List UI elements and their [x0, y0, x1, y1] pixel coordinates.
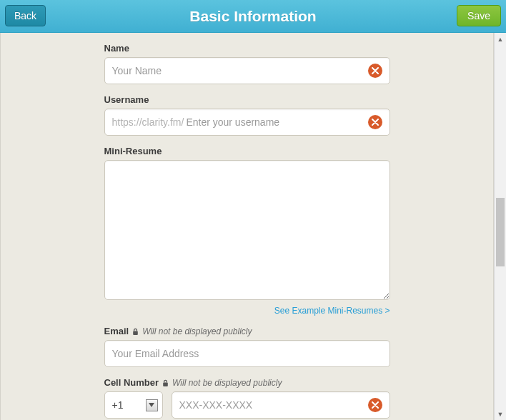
name-input-wrap: [104, 57, 390, 84]
scrollbar-thumb[interactable]: [496, 198, 505, 266]
back-button[interactable]: Back: [5, 5, 46, 26]
name-input[interactable]: [112, 65, 368, 76]
username-input-wrap: https://clarity.fm/: [104, 109, 390, 136]
username-prefix: https://clarity.fm/: [112, 116, 184, 128]
header: Back Basic Information Save: [0, 0, 506, 33]
cell-input[interactable]: [179, 399, 368, 411]
lock-icon: [132, 327, 139, 335]
example-resumes-link[interactable]: See Example Mini-Resumes >: [104, 306, 390, 316]
form: Name Username https://clarity.fm/ Mini-R…: [104, 43, 390, 419]
save-button[interactable]: Save: [457, 5, 501, 26]
clear-icon[interactable]: [368, 64, 382, 78]
chevron-down-icon: [146, 399, 158, 411]
cell-hint: Will not be displayed publicly: [172, 378, 282, 388]
clear-icon[interactable]: [368, 115, 382, 129]
cell-label-row: Cell Number Will not be displayed public…: [104, 377, 390, 388]
cell-group: Cell Number Will not be displayed public…: [104, 377, 390, 419]
username-group: Username https://clarity.fm/: [104, 94, 390, 136]
content: Name Username https://clarity.fm/ Mini-R…: [0, 33, 494, 420]
svg-rect-1: [163, 383, 168, 386]
scroll-down-icon[interactable]: ▼: [495, 408, 506, 420]
country-code-value: +1: [112, 399, 124, 411]
svg-rect-0: [133, 331, 138, 335]
cell-row: +1: [104, 391, 390, 419]
email-label-row: Email Will not be displayed publicly: [104, 326, 390, 336]
email-group: Email Will not be displayed publicly: [104, 326, 390, 367]
username-label: Username: [104, 94, 390, 105]
country-code-select[interactable]: +1: [104, 391, 163, 419]
username-input[interactable]: [186, 116, 367, 128]
clear-icon[interactable]: [368, 398, 382, 412]
email-label: Email: [104, 326, 129, 336]
page-title: Basic Information: [189, 8, 316, 25]
cell-label: Cell Number: [104, 377, 159, 388]
scroll-up-icon[interactable]: ▲: [495, 33, 506, 45]
email-input-wrap: [104, 340, 390, 367]
scrollbar-track[interactable]: [495, 45, 506, 408]
name-group: Name: [104, 43, 390, 84]
resume-textarea[interactable]: [104, 160, 390, 300]
lock-icon: [162, 379, 169, 386]
name-label: Name: [104, 43, 390, 54]
scrollbar[interactable]: ▲ ▼: [494, 33, 506, 420]
resume-label: Mini-Resume: [104, 146, 390, 156]
email-input[interactable]: [112, 348, 382, 359]
email-hint: Will not be displayed publicly: [142, 326, 252, 336]
resume-group: Mini-Resume See Example Mini-Resumes >: [104, 146, 390, 316]
cell-input-wrap: [172, 391, 390, 419]
